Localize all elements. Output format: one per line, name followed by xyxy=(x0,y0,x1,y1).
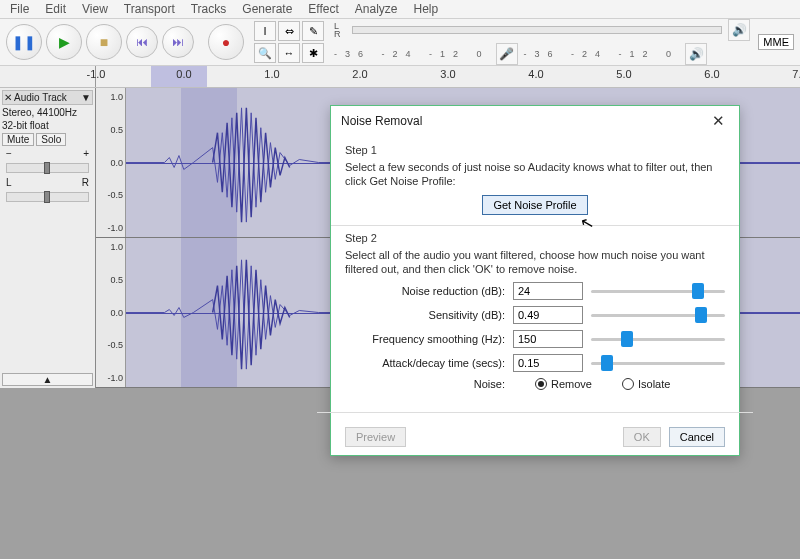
track-collapse-icon[interactable]: ▲ xyxy=(2,373,93,386)
pan-r: R xyxy=(82,177,89,188)
track-format1: Stereo, 44100Hz xyxy=(2,107,93,118)
envelope-tool-icon[interactable]: ⇔ xyxy=(278,21,300,41)
amp-ruler-left: 1.0 0.5 0.0 -0.5 -1.0 xyxy=(96,88,126,237)
menu-edit[interactable]: Edit xyxy=(39,2,72,16)
menu-transport[interactable]: Transport xyxy=(118,2,181,16)
gain-minus: − xyxy=(6,148,12,159)
edit-tools: I ⇔ ✎ 🔍 ↔ ✱ xyxy=(254,21,324,63)
tick: 1.0 xyxy=(264,68,279,80)
remove-radio[interactable] xyxy=(535,378,547,390)
solo-button[interactable]: Solo xyxy=(36,133,66,146)
zoom-tool-icon[interactable]: 🔍 xyxy=(254,43,276,63)
tick: 6.0 xyxy=(704,68,719,80)
pan-l: L xyxy=(6,177,12,188)
tick: -1.0 xyxy=(87,68,106,80)
remove-radio-label: Remove xyxy=(551,378,592,390)
speaker2-icon[interactable]: 🔊 xyxy=(685,43,707,65)
attack-decay-input[interactable] xyxy=(513,354,583,372)
record-button[interactable]: ● xyxy=(208,24,244,60)
play-button[interactable]: ▶ xyxy=(46,24,82,60)
input-meter: -36 -24 -12 0 🎤 -36 -24 -12 0 🔊 xyxy=(334,43,750,65)
noise-removal-dialog: Noise Removal ✕ Step 1 Select a few seco… xyxy=(330,105,740,456)
freq-smoothing-input[interactable] xyxy=(513,330,583,348)
speaker-icon[interactable]: 🔊 xyxy=(728,19,750,41)
host-select[interactable]: MME xyxy=(758,34,794,50)
skip-start-button[interactable]: ⏮ xyxy=(126,26,158,58)
track-format2: 32-bit float xyxy=(2,120,93,131)
sensitivity-input[interactable] xyxy=(513,306,583,324)
meter-ticks-in: -36 -24 -12 0 xyxy=(524,49,680,59)
tick: 4.0 xyxy=(528,68,543,80)
track-control-panel: ✕ Audio Track ▼ Stereo, 44100Hz 32-bit f… xyxy=(0,88,96,388)
track-menu-icon[interactable]: ▼ xyxy=(81,92,91,103)
menu-bar: File Edit View Transport Tracks Generate… xyxy=(0,0,800,18)
meter-bar-out[interactable] xyxy=(352,26,722,34)
menu-help[interactable]: Help xyxy=(408,2,445,16)
meters: LR 🔊 -36 -24 -12 0 🎤 -36 -24 -12 0 🔊 xyxy=(334,19,750,65)
mic-icon[interactable]: 🎤 xyxy=(496,43,518,65)
timeshift-tool-icon[interactable]: ↔ xyxy=(278,43,300,63)
draw-tool-icon[interactable]: ✎ xyxy=(302,21,324,41)
step2-heading: Step 2 xyxy=(345,232,725,244)
menu-effect[interactable]: Effect xyxy=(302,2,344,16)
noise-reduction-slider[interactable] xyxy=(591,282,725,300)
menu-file[interactable]: File xyxy=(4,2,35,16)
toolbar: ❚❚ ▶ ■ ⏮ ⏭ ● I ⇔ ✎ 🔍 ↔ ✱ LR 🔊 -36 -24 -1… xyxy=(0,18,800,66)
multi-tool-icon[interactable]: ✱ xyxy=(302,43,324,63)
pause-button[interactable]: ❚❚ xyxy=(6,24,42,60)
step2-desc: Select all of the audio you want filtere… xyxy=(345,248,725,277)
cancel-button[interactable]: Cancel xyxy=(669,427,725,447)
freq-smoothing-label: Frequency smoothing (Hz): xyxy=(345,333,505,345)
dialog-title: Noise Removal xyxy=(341,114,422,128)
gain-slider[interactable] xyxy=(6,163,89,173)
freq-smoothing-slider[interactable] xyxy=(591,330,725,348)
pan-slider[interactable] xyxy=(6,192,89,202)
sensitivity-slider[interactable] xyxy=(591,306,725,324)
gain-plus: + xyxy=(83,148,89,159)
noise-label: Noise: xyxy=(345,378,505,390)
meter-ticks-out: -36 -24 -12 0 xyxy=(334,49,490,59)
tick: 2.0 xyxy=(352,68,367,80)
tick: 3.0 xyxy=(440,68,455,80)
skip-end-button[interactable]: ⏭ xyxy=(162,26,194,58)
step1-heading: Step 1 xyxy=(345,144,725,156)
close-icon[interactable]: ✕ xyxy=(708,112,729,130)
amp-ruler-right: 1.0 0.5 0.0 -0.5 -1.0 xyxy=(96,238,126,387)
menu-tracks[interactable]: Tracks xyxy=(185,2,233,16)
noise-reduction-input[interactable] xyxy=(513,282,583,300)
tick: 0.0 xyxy=(176,68,191,80)
track-close-icon[interactable]: ✕ xyxy=(4,92,12,103)
output-meter: LR 🔊 xyxy=(334,19,750,41)
attack-decay-slider[interactable] xyxy=(591,354,725,372)
timeline: -1.0 0.0 1.0 2.0 3.0 4.0 5.0 6.0 7.0 xyxy=(0,66,800,88)
isolate-radio[interactable] xyxy=(622,378,634,390)
attack-decay-label: Attack/decay time (secs): xyxy=(345,357,505,369)
stop-button[interactable]: ■ xyxy=(86,24,122,60)
tick: 7.0 xyxy=(792,68,800,80)
selection-tool-icon[interactable]: I xyxy=(254,21,276,41)
get-noise-profile-button[interactable]: Get Noise Profile xyxy=(482,195,587,215)
isolate-radio-label: Isolate xyxy=(638,378,670,390)
noise-reduction-label: Noise reduction (dB): xyxy=(345,285,505,297)
step1-desc: Select a few seconds of just noise so Au… xyxy=(345,160,725,189)
time-ruler[interactable]: -1.0 0.0 1.0 2.0 3.0 4.0 5.0 6.0 7.0 xyxy=(96,66,800,87)
menu-analyze[interactable]: Analyze xyxy=(349,2,404,16)
preview-button[interactable]: Preview xyxy=(345,427,406,447)
lr-label-out: LR xyxy=(334,22,346,38)
sensitivity-label: Sensitivity (dB): xyxy=(345,309,505,321)
menu-generate[interactable]: Generate xyxy=(236,2,298,16)
track-name[interactable]: Audio Track xyxy=(14,92,79,103)
menu-view[interactable]: View xyxy=(76,2,114,16)
mute-button[interactable]: Mute xyxy=(2,133,34,146)
ok-button[interactable]: OK xyxy=(623,427,661,447)
tick: 5.0 xyxy=(616,68,631,80)
